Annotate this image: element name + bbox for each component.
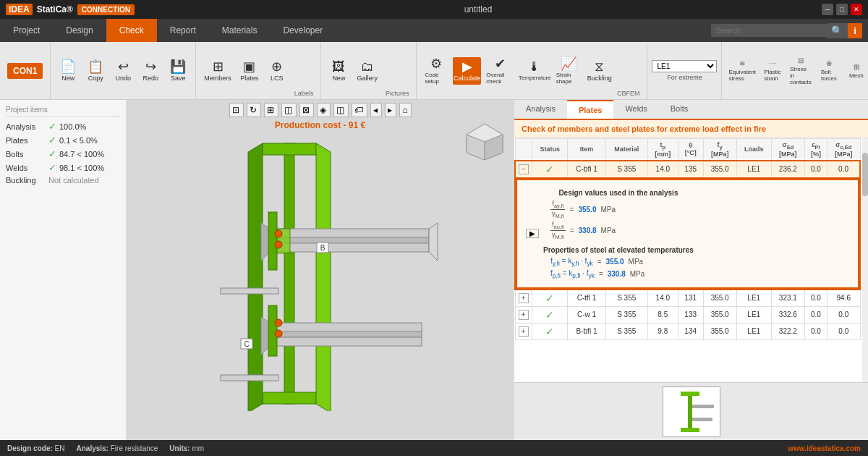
- plates-value: 0.1 < 5.0%: [59, 136, 98, 145]
- search-input[interactable]: [711, 24, 827, 37]
- view-section-button[interactable]: ⊠: [299, 103, 313, 117]
- rotate-button[interactable]: ↻: [246, 103, 260, 117]
- menu-report[interactable]: Report: [157, 19, 209, 42]
- equals-1: =: [570, 206, 574, 214]
- menu-design[interactable]: Design: [53, 19, 106, 42]
- svg-point-18: [275, 241, 282, 248]
- svg-rect-7: [270, 243, 429, 252]
- tab-welds[interactable]: Welds: [613, 100, 658, 119]
- lcs-label: LCS: [271, 75, 284, 82]
- status-icon-2: ✓: [545, 292, 554, 304]
- svg-rect-11: [270, 323, 422, 332]
- codesetup-button[interactable]: ⚙ Code setup: [421, 54, 451, 88]
- tab-bolts[interactable]: Bolts: [659, 100, 699, 119]
- theta-cell-3: 133: [678, 306, 703, 323]
- nav-right-button[interactable]: ▸: [384, 103, 396, 117]
- nav-cube[interactable]: [463, 120, 506, 164]
- sigma-ced-cell-4: 0.0: [827, 323, 860, 339]
- value-2: 330.8: [579, 227, 597, 235]
- loads-cell-2: LE1: [736, 290, 771, 307]
- design-values-title: Design values used in the analysis: [543, 189, 694, 197]
- table-scroll-area[interactable]: Status Item Material tp[mm] θ[°C] fy[MPa…: [514, 138, 868, 382]
- view-labels-button[interactable]: 🏷: [351, 103, 367, 117]
- gallery-button[interactable]: 🗂 Gallery: [353, 57, 381, 85]
- eps-pl-cell-1: 0.0: [804, 161, 827, 178]
- picnew-button[interactable]: 🖼 New: [326, 57, 352, 85]
- bolt-forces-button[interactable]: ⊕ Boltforces: [816, 56, 842, 85]
- theta-cell-4: 134: [678, 323, 703, 339]
- sigma-ced-cell-3: 0.0: [827, 306, 860, 323]
- equiv-stress-button[interactable]: ≋ Equivalentstress: [726, 56, 758, 85]
- formula-4: fp,fi = kp,fi · fyk: [550, 269, 595, 279]
- search-button[interactable]: 🔍: [827, 23, 848, 38]
- scrollbar-thumb[interactable]: [862, 153, 868, 196]
- le-select[interactable]: LE1: [652, 60, 717, 72]
- members-button[interactable]: ⊞ Members: [200, 57, 235, 85]
- save-button[interactable]: 💾 Save: [165, 57, 191, 85]
- expand-cell-3: +: [515, 306, 532, 323]
- equiv-stress-icon: ≋: [739, 59, 745, 67]
- temperature-button[interactable]: 🌡 Temperature: [519, 57, 551, 84]
- close-button[interactable]: ✕: [851, 4, 862, 15]
- bolts-row: Bolts ✓ 84.7 < 100%: [6, 148, 120, 159]
- tp-cell-4: 9.8: [647, 323, 678, 339]
- nav-home-button[interactable]: ⌂: [399, 103, 411, 117]
- menu-developer[interactable]: Developer: [270, 19, 336, 42]
- menu-check[interactable]: Check: [106, 19, 157, 42]
- temperature-icon: 🌡: [528, 60, 541, 73]
- buckling-button[interactable]: ⧖ Buckling: [587, 57, 613, 85]
- con1-badge[interactable]: CON1: [7, 63, 43, 79]
- plastic-strain-button[interactable]: ⋯ Plasticstrain: [760, 56, 786, 85]
- value-1: 355.0: [578, 206, 596, 214]
- collapse-button-1[interactable]: −: [519, 164, 529, 174]
- menu-project[interactable]: Project: [0, 19, 53, 42]
- lcs-button[interactable]: ⊕ LCS: [264, 57, 290, 85]
- status-cell-4: ✓: [532, 323, 568, 339]
- maximize-button[interactable]: □: [836, 4, 848, 15]
- mesh-button[interactable]: ⊞ Mesh: [843, 60, 868, 82]
- expand-button-3[interactable]: +: [519, 310, 529, 320]
- view-front-button[interactable]: ⊞: [263, 103, 278, 117]
- zoom-fit-button[interactable]: ⊡: [229, 103, 243, 117]
- tab-plates[interactable]: Plates: [567, 100, 613, 119]
- expand-cell-2: +: [515, 290, 532, 307]
- stress-contacts-button[interactable]: ⊟ Stress incontacts: [787, 54, 814, 88]
- toolbar-pictures-group: 🖼 New 🗂 Gallery Pictures: [321, 42, 417, 99]
- overallcheck-button[interactable]: ✔ Overall check: [482, 54, 517, 88]
- redo-button[interactable]: ↪ Redo: [137, 57, 163, 85]
- expand-arrow-1[interactable]: ▶: [526, 229, 539, 238]
- nav-left-button[interactable]: ◂: [370, 103, 381, 117]
- plates-table: Status Item Material tp[mm] θ[°C] fy[MPa…: [514, 138, 861, 340]
- module-badge: CONNECTION: [77, 4, 135, 15]
- expand-button-4[interactable]: +: [519, 326, 529, 337]
- bolts-label: Bolts: [6, 150, 46, 159]
- svg-marker-4: [316, 143, 331, 411]
- 3d-model-view[interactable]: B C: [127, 100, 514, 440]
- expand-button-2[interactable]: +: [519, 293, 529, 303]
- view-mode-button[interactable]: ◫: [281, 103, 296, 117]
- tab-analysis[interactable]: Analysis: [514, 100, 567, 119]
- eps-pl-cell-3: 0.0: [804, 306, 827, 323]
- copy-button[interactable]: 📋 Copy: [82, 57, 109, 85]
- picnew-icon: 🖼: [332, 60, 345, 73]
- plastic-strain-label: Plasticstrain: [764, 69, 781, 82]
- strain-label: Strain shape: [556, 72, 582, 85]
- equals-2: =: [570, 227, 574, 235]
- svg-marker-9: [429, 223, 438, 261]
- info-button[interactable]: i: [848, 23, 862, 38]
- gallery-label: Gallery: [357, 75, 378, 82]
- calculate-button[interactable]: ▶ Calculate: [453, 57, 481, 85]
- codesetup-label: Code setup: [425, 72, 448, 85]
- menu-materials[interactable]: Materials: [209, 19, 271, 42]
- fy-cell-1: 355.0: [703, 161, 736, 178]
- view-wire-button[interactable]: ◫: [333, 103, 348, 117]
- minimize-button[interactable]: ─: [822, 4, 833, 15]
- new-button[interactable]: 📄 New: [55, 57, 81, 85]
- strain-button[interactable]: 📈 Strain shape: [553, 54, 585, 88]
- expand-cell-1: −: [515, 161, 532, 178]
- view-3d-button[interactable]: ◈: [316, 103, 330, 117]
- status-cell-3: ✓: [532, 306, 568, 323]
- plates-button[interactable]: ▣ Plates: [237, 57, 263, 85]
- undo-button[interactable]: ↩ Undo: [110, 57, 136, 85]
- col-theta: θ[°C]: [678, 139, 703, 161]
